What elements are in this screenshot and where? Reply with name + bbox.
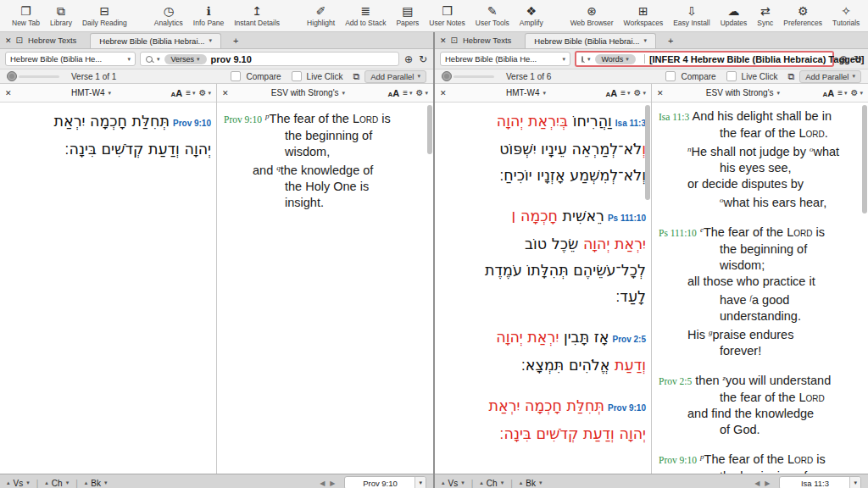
step-up-icon[interactable]: ▴ [480,480,483,486]
step-down-icon[interactable]: ▾ [501,480,504,486]
add-to-stack-button[interactable]: ≣Add to Stack [340,4,391,27]
parallel-panes-icon[interactable]: ⧉ [353,71,359,82]
tab-hebrew-bible[interactable]: Hebrew Bible (Biblia Hebrai... ▾ [525,33,656,48]
pane-title-dropdown[interactable]: HMT-W4 ▾ [15,88,168,97]
refresh-icon[interactable]: ↻ [418,53,428,65]
history-forward-icon[interactable]: ▶ [330,480,335,487]
verse-stepper[interactable]: ▴ Vs ▾ [7,479,30,488]
search-field[interactable]: ▾ Verses ▾ prov 9.10 [140,52,399,66]
font-size-button[interactable]: AA [387,88,399,98]
pane-title-dropdown[interactable]: ESV with Strong's ▾ [232,88,385,97]
compare-checkbox[interactable] [665,71,676,81]
live-click-checkbox[interactable] [292,71,302,81]
expand-icon[interactable]: ⊡ [16,36,23,45]
add-parallel-button[interactable]: Add Parallel ▾ [799,70,861,83]
reference-nav-box[interactable]: Isa 11:3 ▾ [779,476,861,488]
close-icon[interactable]: ✕ [222,89,229,97]
scrollbar-thumb[interactable] [862,105,867,214]
step-down-icon[interactable]: ▾ [104,480,108,486]
zoom-slider-knob[interactable] [442,71,452,81]
chapter-stepper[interactable]: ▴ Ch ▾ [45,479,69,488]
refresh-icon[interactable]: ↻ [853,53,863,65]
search-options-caret[interactable]: ▾ [157,56,160,63]
expand-icon[interactable]: ⊡ [451,36,458,45]
add-criteria-icon[interactable]: ⊕ [838,53,849,65]
step-up-icon[interactable]: ▴ [85,480,88,486]
close-icon[interactable]: ✕ [5,36,12,45]
live-click-checkbox[interactable] [726,71,737,81]
zoom-slider-track[interactable] [19,75,59,78]
amplify-button[interactable]: ❖Amplify [515,4,548,27]
help-button[interactable]: ?Help [865,4,868,27]
zoom-slider-track[interactable] [453,75,494,78]
step-up-icon[interactable]: ▴ [520,480,523,486]
instant-details-button[interactable]: ↥Instant Details [229,4,285,27]
chevron-down-icon[interactable]: ▾ [415,477,426,488]
close-icon[interactable]: ✕ [440,36,447,45]
close-icon[interactable]: ✕ [440,89,447,97]
module-dropdown[interactable]: Hebrew Bible (Biblia He... ▾ [440,52,570,66]
daily-reading-button[interactable]: ⊟Daily Reading [77,4,132,27]
new-tab-button[interactable]: + [233,36,238,46]
new-tab-button[interactable]: ❐New Tab [7,4,45,27]
step-up-icon[interactable]: ▴ [45,480,48,486]
text-format-button[interactable]: ≡▾ [403,88,412,97]
highlight-button[interactable]: ✐Highlight [302,4,340,27]
step-up-icon[interactable]: ▴ [442,480,445,486]
info-pane-button[interactable]: ℹInfo Pane [188,4,229,27]
pane-title-dropdown[interactable]: HMT-W4 ▾ [450,88,603,97]
history-back-icon[interactable]: ◀ [320,480,325,487]
gear-icon[interactable]: ⚙▾ [634,88,646,97]
history-forward-icon[interactable]: ▶ [765,480,770,487]
search-options-caret[interactable]: ▾ [587,56,591,63]
web-browser-button[interactable]: ⊛Web Browser [565,4,619,27]
close-icon[interactable]: ✕ [5,89,12,97]
gear-icon[interactable]: ⚙▾ [199,88,211,97]
step-down-icon[interactable]: ▾ [26,480,30,486]
verse-stepper[interactable]: ▴ Vs ▾ [442,479,465,488]
close-icon[interactable]: ✕ [657,89,664,97]
search-field-tagged[interactable]: ▾ Words ▾ [INFER 4 Hebrew Bible (Biblia … [575,51,834,67]
search-scope-pill[interactable]: Verses ▾ [164,54,207,64]
scrollbar-thumb[interactable] [645,105,650,200]
preferences-button[interactable]: ⚙Preferences [778,4,827,27]
pane-title-dropdown[interactable]: ESV with Strong's ▾ [667,88,820,97]
step-down-icon[interactable]: ▾ [66,480,70,486]
workspaces-button[interactable]: ⊞Workspaces [619,4,669,27]
search-query[interactable]: prov 9.10 [211,54,252,64]
module-dropdown[interactable]: Hebrew Bible (Biblia He... ▾ [5,52,136,66]
chevron-down-icon[interactable]: ▾ [849,477,860,488]
sync-button[interactable]: ⇄Sync [752,4,778,27]
step-up-icon[interactable]: ▴ [7,480,10,486]
text-format-button[interactable]: ≡▾ [837,88,847,97]
scrollbar-thumb[interactable] [427,105,432,154]
chapter-stepper[interactable]: ▴ Ch ▾ [480,479,504,488]
font-size-button[interactable]: AA [170,88,182,98]
book-stepper[interactable]: ▴ Bk ▾ [520,479,542,488]
search-query[interactable]: [INFER 4 Hebrew Bible (Biblia Hebraica) … [649,54,864,64]
gear-icon[interactable]: ⚙▾ [416,88,428,97]
add-criteria-icon[interactable]: ⊕ [403,53,414,65]
book-stepper[interactable]: ▴ Bk ▾ [85,479,108,488]
parallel-panes-icon[interactable]: ⧉ [787,71,794,82]
easy-install-button[interactable]: ⇩Easy Install [668,4,715,27]
history-back-icon[interactable]: ◀ [754,480,760,487]
font-size-button[interactable]: AA [605,88,617,98]
step-down-icon[interactable]: ▾ [461,480,465,486]
tab-hebrew-bible[interactable]: Hebrew Bible (Biblia Hebrai... ▾ [90,33,221,48]
search-scope-pill[interactable]: Words ▾ [595,54,636,64]
add-parallel-button[interactable]: Add Parallel ▾ [364,70,426,83]
zoom-slider-knob[interactable] [7,71,17,81]
library-button[interactable]: ⧉Library [45,4,77,27]
new-tab-button[interactable]: + [668,36,673,46]
step-down-icon[interactable]: ▾ [539,480,542,486]
user-tools-button[interactable]: ✎User Tools [470,4,515,27]
reference-nav-box[interactable]: Prov 9:10 ▾ [344,476,426,488]
font-size-button[interactable]: AA [822,88,834,98]
user-notes-button[interactable]: ❒User Notes [424,4,470,27]
analytics-button[interactable]: ◷Analytics [149,4,188,27]
updates-button[interactable]: ☁Updates [715,4,753,27]
gear-icon[interactable]: ⚙▾ [851,88,863,97]
tutorials-button[interactable]: ✧Tutorials [827,4,865,27]
papers-button[interactable]: ▤Papers [391,4,424,27]
